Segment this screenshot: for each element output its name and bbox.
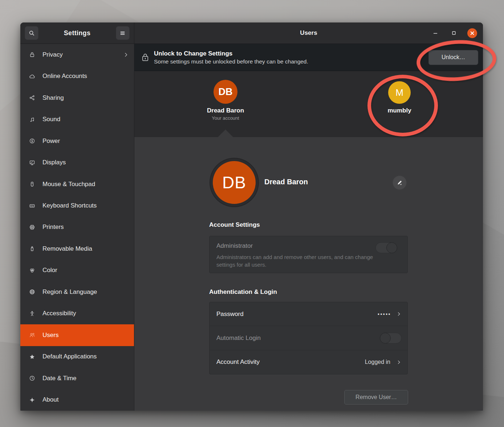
password-label: Password (216, 311, 378, 318)
share-icon (29, 95, 35, 101)
sidebar-item-label: Removable Media (42, 245, 129, 252)
content-header: Users (134, 22, 483, 44)
sidebar-item-label: Privacy (42, 51, 116, 58)
close-button[interactable] (467, 28, 477, 38)
sidebar-item-label: Color (42, 267, 129, 274)
account-settings-heading: Account Settings (209, 221, 260, 229)
mouse-icon (29, 181, 35, 187)
users-panel: Unlock to Change Settings Some settings … (134, 44, 483, 411)
sidebar-item-accessibility[interactable]: Accessibility (20, 303, 134, 324)
sidebar-item-label: Default Applications (42, 353, 129, 360)
sidebar-item-online-accounts[interactable]: Online Accounts (20, 65, 134, 87)
remove-user-button[interactable]: Remove User… (344, 390, 408, 405)
sidebar-item-label: Keyboard Shortcuts (42, 202, 129, 209)
titlebar: Settings Users (20, 22, 483, 44)
account-activity-label: Account Activity (216, 358, 365, 366)
usb-icon (29, 246, 35, 252)
keyboard-icon (29, 203, 35, 209)
search-icon (29, 30, 35, 36)
window-body: PrivacyOnline AccountsSharingSoundPowerD… (20, 44, 483, 411)
close-icon (470, 31, 475, 36)
banner-title: Unlock to Change Settings (154, 50, 423, 57)
settings-window: Settings Users (20, 22, 483, 411)
carousel-user-dread-baron[interactable]: DB Dread Baron Your account (195, 80, 256, 121)
menu-button[interactable] (116, 26, 130, 40)
sidebar-item-label: Power (42, 137, 129, 145)
minimize-icon (432, 30, 438, 36)
maximize-icon (451, 30, 457, 36)
sidebar-item-color[interactable]: Color (20, 260, 134, 281)
sidebar-item-label: Sound (42, 116, 129, 123)
sidebar-item-mouse-touchpad[interactable]: Mouse & Touchpad (20, 173, 134, 195)
carousel-user-mumbly[interactable]: M mumbly (369, 81, 430, 114)
sidebar-item-power[interactable]: Power (20, 130, 134, 152)
profile-avatar[interactable]: DB (213, 161, 256, 204)
password-row[interactable]: Password ••••• (210, 302, 407, 326)
sound-icon (29, 116, 35, 123)
maximize-button[interactable] (449, 28, 459, 38)
edit-name-button[interactable] (393, 176, 407, 190)
sidebar: PrivacyOnline AccountsSharingSoundPowerD… (20, 44, 134, 411)
displays-icon (29, 160, 35, 166)
color-icon (29, 267, 35, 274)
switch-knob (386, 242, 397, 253)
sidebar-item-sharing[interactable]: Sharing (20, 87, 134, 108)
sidebar-item-displays[interactable]: Displays (20, 152, 134, 173)
avatar-mumbly: M (388, 81, 411, 104)
sidebar-item-keyboard-shortcuts[interactable]: Keyboard Shortcuts (20, 195, 134, 216)
accessibility-icon (29, 311, 35, 317)
power-icon (29, 138, 35, 144)
user-carousel: DB Dread Baron Your account M mumbly (134, 71, 483, 137)
sidebar-item-label: Date & Time (42, 375, 129, 382)
sidebar-item-label: Sharing (42, 94, 129, 102)
banner-text: Unlock to Change Settings Some settings … (154, 50, 423, 65)
sidebar-item-region-language[interactable]: Region & Language (20, 281, 134, 303)
chevron-right-icon (123, 52, 129, 58)
unlock-button[interactable]: Unlock… (428, 50, 478, 65)
sidebar-item-privacy[interactable]: Privacy (20, 44, 134, 65)
sidebar-item-default-applications[interactable]: Default Applications (20, 346, 134, 368)
sidebar-item-sound[interactable]: Sound (20, 108, 134, 130)
star-icon (29, 354, 35, 360)
carousel-user-subtitle: Your account (195, 115, 256, 121)
automatic-login-switch[interactable] (380, 333, 402, 344)
page-title: Users (300, 29, 317, 37)
printer-icon (29, 224, 35, 230)
sidebar-item-label: Displays (42, 159, 129, 166)
chevron-right-icon (396, 311, 402, 317)
chevron-right-icon (396, 360, 402, 365)
app-title: Settings (64, 29, 90, 37)
sidebar-item-label: Users (42, 332, 129, 339)
switch-knob (380, 333, 391, 344)
padlock-icon (142, 53, 149, 62)
sidebar-item-removable-media[interactable]: Removable Media (20, 238, 134, 259)
hamburger-icon (119, 30, 126, 36)
automatic-login-row: Automatic Login (210, 326, 407, 350)
sidebar-header: Settings (20, 22, 134, 44)
automatic-login-label: Automatic Login (216, 334, 380, 342)
lock-icon (29, 52, 35, 58)
sidebar-item-users[interactable]: Users (20, 324, 134, 346)
search-button[interactable] (25, 26, 38, 40)
profile-name: Dread Baron (264, 178, 308, 186)
account-activity-row[interactable]: Account Activity Logged in (210, 350, 407, 374)
selected-user-caret (218, 130, 233, 137)
administrator-label: Administrator (216, 242, 253, 250)
account-activity-value: Logged in (365, 359, 390, 365)
sidebar-item-label: Accessibility (42, 310, 129, 317)
sidebar-item-date-time[interactable]: Date & Time (20, 368, 134, 389)
sidebar-item-label: Printers (42, 223, 129, 231)
sidebar-item-label: Online Accounts (42, 73, 129, 80)
carousel-user-name: Dread Baron (195, 107, 256, 114)
carousel-user-name: mumbly (369, 107, 430, 114)
password-dots: ••••• (378, 311, 391, 317)
administrator-switch[interactable] (375, 242, 397, 253)
authentication-heading: Authentication & Login (209, 288, 277, 296)
sidebar-item-printers[interactable]: Printers (20, 217, 134, 238)
sidebar-item-label: Region & Language (42, 288, 129, 296)
minimize-button[interactable] (430, 28, 440, 38)
window-controls (430, 22, 477, 44)
authentication-list: Password ••••• Automatic Login Account A… (209, 302, 408, 374)
globe-icon (29, 289, 35, 295)
sidebar-item-about[interactable]: About (20, 389, 134, 411)
